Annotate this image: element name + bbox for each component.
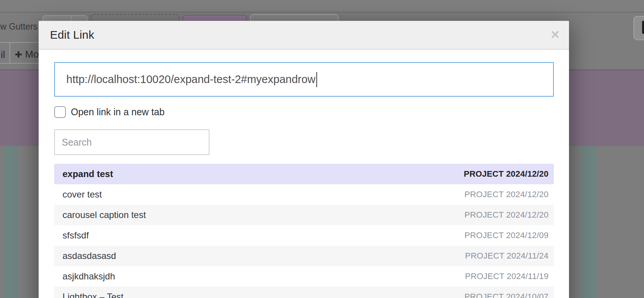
row-gutters-label: Row Gutters: [0, 22, 38, 32]
modal-body: http://localhost:10020/expand-test-2#mye…: [39, 62, 569, 298]
more-button-label: Mo: [25, 49, 39, 60]
more-button[interactable]: ✚Mo: [15, 49, 39, 60]
modal-title: Edit Link: [50, 28, 94, 41]
result-meta: PROJECT 2024/12/20: [464, 210, 549, 220]
result-title: Lightbox – Test: [63, 292, 123, 298]
bold-icon: [642, 21, 644, 34]
text-caret: [316, 72, 317, 87]
result-meta: PROJECT 2024/10/07: [464, 292, 549, 298]
page-background: Row Gutters il ✚Mo Edit Link ✕ http://lo…: [0, 0, 644, 298]
top-bar: [0, 0, 644, 13]
url-value: http://localhost:10020/expand-test-2#mye…: [66, 73, 316, 86]
result-row[interactable]: carousel caption test PROJECT 2024/12/20: [54, 205, 554, 225]
result-meta: PROJECT 2024/11/24: [465, 251, 549, 261]
close-icon[interactable]: ✕: [550, 29, 560, 41]
result-meta: PROJECT 2024/11/19: [465, 271, 549, 281]
search-input[interactable]: [54, 129, 209, 155]
toolbar-tab-partial[interactable]: il: [1, 49, 5, 61]
result-row[interactable]: cover test PROJECT 2024/12/20: [54, 184, 554, 205]
modal-header: Edit Link ✕: [39, 21, 569, 50]
result-row[interactable]: expand test PROJECT 2024/12/20: [54, 164, 554, 184]
result-title: carousel caption test: [63, 210, 146, 220]
result-row[interactable]: sfsfsdf PROJECT 2024/12/09: [54, 225, 554, 246]
teal-column-right: [581, 146, 596, 298]
plus-icon: ✚: [15, 50, 22, 60]
result-row[interactable]: asdasdasasd PROJECT 2024/11/24: [54, 246, 554, 266]
toolbar-cell-divider: [9, 42, 10, 64]
result-meta: PROJECT 2024/12/09: [464, 231, 549, 240]
new-tab-checkbox[interactable]: [54, 106, 66, 118]
new-tab-option: Open link in a new tab: [54, 106, 554, 118]
result-title: asdasdasasd: [63, 251, 116, 261]
url-input[interactable]: http://localhost:10020/expand-test-2#mye…: [54, 62, 554, 97]
result-row[interactable]: asjkdhaksjdh PROJECT 2024/11/19: [54, 266, 554, 287]
result-row[interactable]: Lightbox – Test PROJECT 2024/10/07: [54, 287, 554, 298]
result-title: cover test: [63, 189, 102, 200]
new-tab-label: Open link in a new tab: [71, 107, 164, 118]
result-meta: PROJECT 2024/12/20: [464, 190, 549, 199]
result-list: expand test PROJECT 2024/12/20 cover tes…: [54, 164, 554, 298]
edit-link-modal: Edit Link ✕ http://localhost:10020/expan…: [39, 21, 569, 298]
result-meta: PROJECT 2024/12/20: [464, 169, 549, 179]
result-title: sfsfsdf: [63, 230, 89, 241]
teal-column-left: [3, 146, 18, 298]
result-title: asjkdhaksjdh: [63, 271, 115, 282]
result-title: expand test: [63, 169, 113, 179]
top-right-button[interactable]: [633, 16, 644, 40]
